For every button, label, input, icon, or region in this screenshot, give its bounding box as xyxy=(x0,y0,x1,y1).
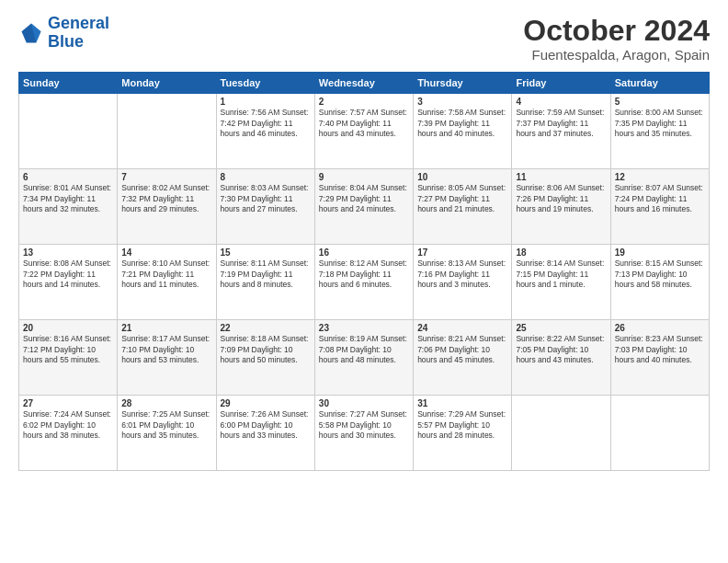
logo-line2: Blue xyxy=(48,32,84,51)
day-info: Sunrise: 8:03 AM Sunset: 7:30 PM Dayligh… xyxy=(221,183,311,214)
day-info: Sunrise: 7:29 AM Sunset: 5:57 PM Dayligh… xyxy=(417,409,507,441)
day-info: Sunrise: 8:06 AM Sunset: 7:26 PM Dayligh… xyxy=(516,183,606,214)
logo-line1: General xyxy=(48,14,109,32)
day-info: Sunrise: 8:22 AM Sunset: 7:05 PM Dayligh… xyxy=(516,334,606,365)
day-info: Sunrise: 8:13 AM Sunset: 7:16 PM Dayligh… xyxy=(417,259,507,290)
day-number: 22 xyxy=(221,323,311,333)
calendar-cell: 10Sunrise: 8:05 AM Sunset: 7:27 PM Dayli… xyxy=(414,169,512,245)
calendar-cell: 23Sunrise: 8:19 AM Sunset: 7:08 PM Dayli… xyxy=(314,320,413,396)
calendar-cell: 18Sunrise: 8:14 AM Sunset: 7:15 PM Dayli… xyxy=(512,245,610,320)
day-info: Sunrise: 8:08 AM Sunset: 7:22 PM Dayligh… xyxy=(23,259,113,290)
day-info: Sunrise: 8:19 AM Sunset: 7:08 PM Dayligh… xyxy=(319,334,409,365)
day-number: 6 xyxy=(23,172,113,182)
calendar-week-row: 13Sunrise: 8:08 AM Sunset: 7:22 PM Dayli… xyxy=(19,245,710,320)
day-number: 30 xyxy=(319,398,409,408)
calendar-cell: 6Sunrise: 8:01 AM Sunset: 7:34 PM Daylig… xyxy=(19,169,118,245)
day-number: 9 xyxy=(319,172,409,182)
day-info: Sunrise: 7:26 AM Sunset: 6:00 PM Dayligh… xyxy=(221,409,311,441)
title-block: October 2024 Fuentespalda, Aragon, Spain xyxy=(523,15,710,63)
day-number: 24 xyxy=(417,323,507,333)
calendar-cell: 2Sunrise: 7:57 AM Sunset: 7:40 PM Daylig… xyxy=(314,94,413,169)
calendar-cell: 12Sunrise: 8:07 AM Sunset: 7:24 PM Dayli… xyxy=(610,169,709,245)
day-number: 16 xyxy=(319,247,409,258)
day-number: 23 xyxy=(319,323,409,333)
day-number: 27 xyxy=(23,398,113,408)
calendar-cell: 24Sunrise: 8:21 AM Sunset: 7:06 PM Dayli… xyxy=(414,320,512,396)
day-number: 12 xyxy=(615,172,705,182)
header-thursday: Thursday xyxy=(414,73,512,94)
day-info: Sunrise: 8:07 AM Sunset: 7:24 PM Dayligh… xyxy=(615,183,705,214)
day-info: Sunrise: 7:27 AM Sunset: 5:58 PM Dayligh… xyxy=(319,409,409,441)
day-number: 25 xyxy=(516,323,606,333)
day-number: 15 xyxy=(221,247,311,258)
calendar-cell: 28Sunrise: 7:25 AM Sunset: 6:01 PM Dayli… xyxy=(118,396,216,471)
day-info: Sunrise: 7:58 AM Sunset: 7:39 PM Dayligh… xyxy=(417,108,507,139)
calendar-cell: 19Sunrise: 8:15 AM Sunset: 7:13 PM Dayli… xyxy=(610,245,709,320)
calendar-body: 1Sunrise: 7:56 AM Sunset: 7:42 PM Daylig… xyxy=(19,94,710,471)
calendar-subtitle: Fuentespalda, Aragon, Spain xyxy=(523,47,710,63)
day-number: 31 xyxy=(417,398,507,408)
calendar-cell: 30Sunrise: 7:27 AM Sunset: 5:58 PM Dayli… xyxy=(314,396,413,471)
logo: General Blue xyxy=(18,15,109,52)
header: General Blue October 2024 Fuentespalda, … xyxy=(18,15,710,63)
calendar-cell: 25Sunrise: 8:22 AM Sunset: 7:05 PM Dayli… xyxy=(512,320,610,396)
calendar-week-row: 1Sunrise: 7:56 AM Sunset: 7:42 PM Daylig… xyxy=(19,94,710,169)
calendar-cell: 26Sunrise: 8:23 AM Sunset: 7:03 PM Dayli… xyxy=(610,320,709,396)
day-number: 8 xyxy=(221,172,311,182)
calendar-week-row: 6Sunrise: 8:01 AM Sunset: 7:34 PM Daylig… xyxy=(19,169,710,245)
calendar-cell xyxy=(512,396,610,471)
day-number: 13 xyxy=(23,247,113,258)
day-info: Sunrise: 8:14 AM Sunset: 7:15 PM Dayligh… xyxy=(516,259,606,290)
day-info: Sunrise: 8:12 AM Sunset: 7:18 PM Dayligh… xyxy=(319,259,409,290)
day-info: Sunrise: 8:15 AM Sunset: 7:13 PM Dayligh… xyxy=(615,259,705,290)
day-number: 21 xyxy=(121,323,211,333)
calendar-week-row: 20Sunrise: 8:16 AM Sunset: 7:12 PM Dayli… xyxy=(19,320,710,396)
calendar-header: Sunday Monday Tuesday Wednesday Thursday… xyxy=(19,73,710,94)
header-monday: Monday xyxy=(118,73,216,94)
calendar-cell: 27Sunrise: 7:24 AM Sunset: 6:02 PM Dayli… xyxy=(19,396,118,471)
logo-text: General Blue xyxy=(48,15,109,52)
calendar-week-row: 27Sunrise: 7:24 AM Sunset: 6:02 PM Dayli… xyxy=(19,396,710,471)
day-number: 7 xyxy=(121,172,211,182)
day-info: Sunrise: 8:17 AM Sunset: 7:10 PM Dayligh… xyxy=(121,334,211,365)
day-number: 28 xyxy=(121,398,211,408)
calendar-cell: 20Sunrise: 8:16 AM Sunset: 7:12 PM Dayli… xyxy=(19,320,118,396)
logo-icon xyxy=(18,20,44,46)
day-info: Sunrise: 7:57 AM Sunset: 7:40 PM Dayligh… xyxy=(319,108,409,139)
calendar-title: October 2024 xyxy=(523,15,710,47)
day-number: 11 xyxy=(516,172,606,182)
day-info: Sunrise: 8:21 AM Sunset: 7:06 PM Dayligh… xyxy=(417,334,507,365)
calendar-cell: 9Sunrise: 8:04 AM Sunset: 7:29 PM Daylig… xyxy=(314,169,413,245)
day-info: Sunrise: 8:00 AM Sunset: 7:35 PM Dayligh… xyxy=(615,108,705,139)
day-number: 5 xyxy=(615,97,705,107)
day-info: Sunrise: 7:25 AM Sunset: 6:01 PM Dayligh… xyxy=(121,409,211,441)
day-info: Sunrise: 8:01 AM Sunset: 7:34 PM Dayligh… xyxy=(23,183,113,214)
calendar-cell xyxy=(118,94,216,169)
day-number: 14 xyxy=(121,247,211,258)
day-number: 10 xyxy=(417,172,507,182)
calendar-cell xyxy=(610,396,709,471)
day-info: Sunrise: 7:56 AM Sunset: 7:42 PM Dayligh… xyxy=(221,108,311,139)
day-number: 4 xyxy=(516,97,606,107)
calendar-table: Sunday Monday Tuesday Wednesday Thursday… xyxy=(18,72,710,471)
header-wednesday: Wednesday xyxy=(314,73,413,94)
day-info: Sunrise: 7:59 AM Sunset: 7:37 PM Dayligh… xyxy=(516,108,606,139)
calendar-cell: 4Sunrise: 7:59 AM Sunset: 7:37 PM Daylig… xyxy=(512,94,610,169)
day-info: Sunrise: 8:18 AM Sunset: 7:09 PM Dayligh… xyxy=(221,334,311,365)
calendar-cell xyxy=(19,94,118,169)
day-number: 18 xyxy=(516,247,606,258)
calendar-cell: 13Sunrise: 8:08 AM Sunset: 7:22 PM Dayli… xyxy=(19,245,118,320)
calendar-cell: 29Sunrise: 7:26 AM Sunset: 6:00 PM Dayli… xyxy=(216,396,314,471)
calendar-cell: 17Sunrise: 8:13 AM Sunset: 7:16 PM Dayli… xyxy=(414,245,512,320)
calendar-cell: 3Sunrise: 7:58 AM Sunset: 7:39 PM Daylig… xyxy=(414,94,512,169)
calendar-cell: 14Sunrise: 8:10 AM Sunset: 7:21 PM Dayli… xyxy=(118,245,216,320)
day-number: 1 xyxy=(221,97,311,107)
header-saturday: Saturday xyxy=(610,73,709,94)
day-info: Sunrise: 8:10 AM Sunset: 7:21 PM Dayligh… xyxy=(121,259,211,290)
weekday-header-row: Sunday Monday Tuesday Wednesday Thursday… xyxy=(19,73,710,94)
day-info: Sunrise: 8:05 AM Sunset: 7:27 PM Dayligh… xyxy=(417,183,507,214)
day-number: 26 xyxy=(615,323,705,333)
day-number: 29 xyxy=(221,398,311,408)
calendar-cell: 7Sunrise: 8:02 AM Sunset: 7:32 PM Daylig… xyxy=(118,169,216,245)
header-tuesday: Tuesday xyxy=(216,73,314,94)
